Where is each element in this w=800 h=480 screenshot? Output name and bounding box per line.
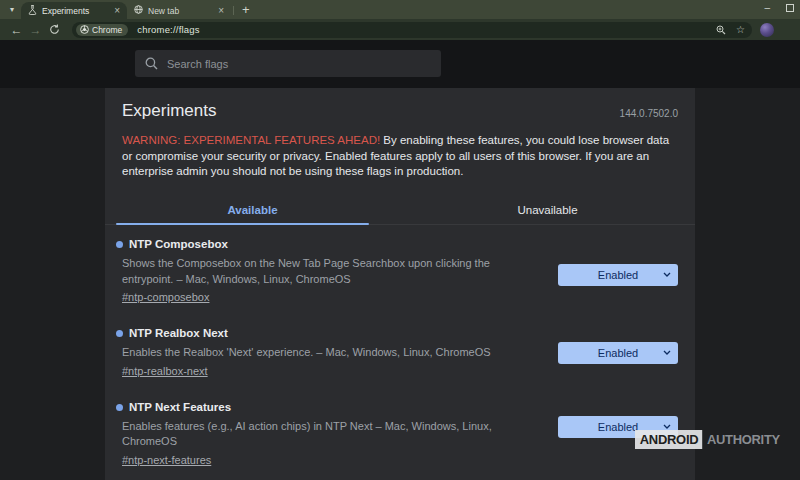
chrome-chip-label: Chrome <box>92 25 122 35</box>
search-input[interactable] <box>167 58 431 70</box>
maximize-icon <box>786 4 794 12</box>
flag-name: NTP Next Features <box>129 401 231 414</box>
tab-available[interactable]: Available <box>105 195 400 224</box>
back-icon: ← <box>11 23 23 37</box>
flag-value: Enabled <box>598 421 638 433</box>
availability-tabs: Available Unavailable <box>105 195 695 225</box>
globe-icon <box>134 5 143 16</box>
tab-close-icon[interactable]: × <box>217 6 225 16</box>
forward-button[interactable]: → <box>26 24 45 36</box>
flag-value: Enabled <box>598 347 638 359</box>
tab-title: Experiments <box>42 6 108 16</box>
watermark-android: ANDROID <box>635 430 702 449</box>
tab-label: Available <box>227 204 277 216</box>
chevron-down-icon <box>663 350 671 355</box>
tab-label: Unavailable <box>517 204 577 216</box>
flags-content-column: Experiments 144.0.7502.0 WARNING: EXPERI… <box>105 88 695 480</box>
window-controls: – <box>764 0 794 16</box>
tab-search-button[interactable]: ▾ <box>5 3 19 17</box>
flag-description: Shows the Composebox on the New Tab Page… <box>122 256 538 287</box>
tab-close-icon[interactable]: × <box>113 6 121 16</box>
address-bar[interactable]: Chrome chrome://flags ☆ <box>72 22 752 38</box>
browser-toolbar: ← → Chrome chrome://flags ☆ <box>0 19 800 40</box>
experiment-flask-icon <box>28 5 37 17</box>
tab-unavailable[interactable]: Unavailable <box>400 195 695 224</box>
flags-header-band: Reset all <box>0 40 800 88</box>
forward-icon: → <box>30 23 42 37</box>
flags-search-box[interactable] <box>135 50 441 77</box>
flags-list: NTP Composebox Shows the Composebox on t… <box>122 238 678 480</box>
chrome-logo-icon <box>80 25 89 34</box>
back-button[interactable]: ← <box>7 24 26 36</box>
chevron-down-icon: ▾ <box>10 6 14 14</box>
flag-name: NTP Realbox Next <box>129 327 228 340</box>
reload-button[interactable] <box>45 24 64 35</box>
browser-tab-experiments[interactable]: Experiments × <box>21 2 127 19</box>
flag-permalink[interactable]: #ntp-next-features <box>122 454 211 467</box>
reload-icon <box>49 24 60 35</box>
version-number: 144.0.7502.0 <box>620 108 678 119</box>
url-text: chrome://flags <box>137 24 199 35</box>
flag-value: Enabled <box>598 269 638 281</box>
flag-value-dropdown[interactable]: Enabled <box>558 264 678 286</box>
profile-avatar[interactable] <box>760 23 774 37</box>
flag-status-dot <box>116 330 123 337</box>
page-title: Experiments <box>122 101 216 121</box>
flag-row-ntp-next-features: NTP Next Features Enables features (e.g.… <box>122 401 678 468</box>
flag-row-ntp-composebox: NTP Composebox Shows the Composebox on t… <box>122 238 678 305</box>
bookmark-star-icon[interactable]: ☆ <box>736 25 745 35</box>
maximize-button[interactable] <box>786 4 794 12</box>
chevron-down-icon <box>663 272 671 277</box>
flag-description: Enables features (e.g., AI action chips)… <box>122 419 538 450</box>
watermark-authority: AUTHORITY <box>707 432 780 447</box>
flag-row-ntp-realbox-next: NTP Realbox Next Enables the Realbox 'Ne… <box>122 327 678 379</box>
tab-title: New tab <box>148 6 212 16</box>
chrome-chip[interactable]: Chrome <box>76 24 128 36</box>
tab-separator <box>233 6 234 15</box>
search-icon <box>145 57 158 70</box>
chevron-down-icon <box>663 424 671 429</box>
flag-status-dot <box>116 241 123 248</box>
zoom-icon[interactable] <box>716 25 726 35</box>
plus-icon: + <box>242 2 250 17</box>
android-authority-watermark: ANDROID AUTHORITY <box>635 430 780 449</box>
flag-value-dropdown[interactable]: Enabled <box>558 342 678 364</box>
browser-tab-new-tab[interactable]: New tab × <box>127 2 231 19</box>
flag-permalink[interactable]: #ntp-composebox <box>122 291 209 304</box>
flag-status-dot <box>116 404 123 411</box>
experimental-warning: WARNING: EXPERIMENTAL FEATURES AHEAD! By… <box>122 133 679 180</box>
flag-description: Enables the Realbox 'Next' experience. –… <box>122 345 538 361</box>
flag-name: NTP Composebox <box>129 238 228 251</box>
flag-permalink[interactable]: #ntp-realbox-next <box>122 365 208 378</box>
minimize-button[interactable]: – <box>764 3 770 13</box>
warning-highlight: WARNING: EXPERIMENTAL FEATURES AHEAD! <box>122 134 380 146</box>
minimize-icon: – <box>764 3 770 13</box>
browser-tab-strip: ▾ Experiments × New tab × + – <box>0 0 800 19</box>
new-tab-button[interactable]: + <box>242 3 250 16</box>
